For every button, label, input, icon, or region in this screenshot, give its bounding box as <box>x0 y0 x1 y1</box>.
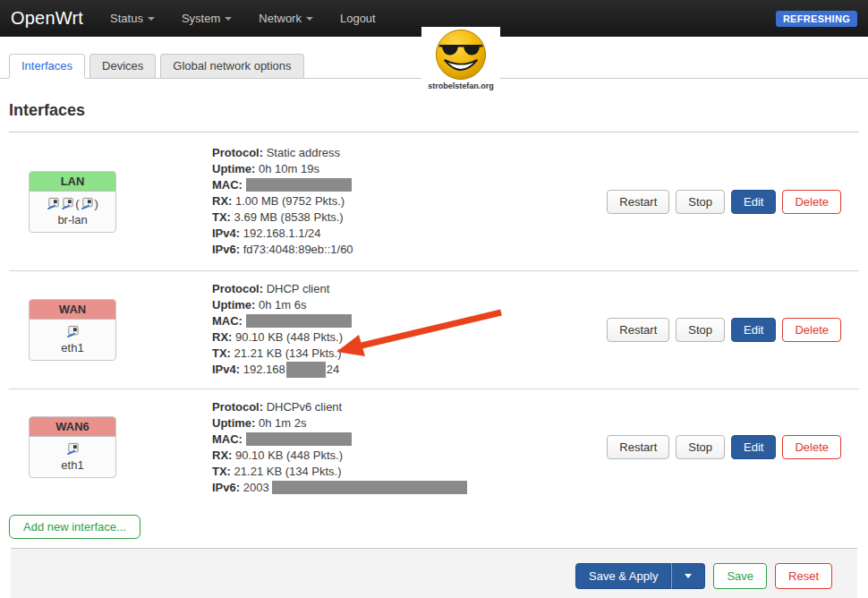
nav-item-label: System <box>182 12 220 25</box>
tab-global-network-options[interactable]: Global network options <box>160 54 303 78</box>
device-name: br-lan <box>33 213 112 226</box>
chevron-down-icon <box>306 17 313 21</box>
delete-button[interactable]: Delete <box>782 190 841 214</box>
interface-details: Protocol: Static address Uptime: 0h 10m … <box>212 145 607 258</box>
bridge-paren: ( <box>75 197 79 210</box>
interface-card-wan: WAN eth1 <box>29 299 116 361</box>
detail-value: 2003 <box>243 481 269 494</box>
page-title: Interfaces <box>9 101 859 120</box>
footer-action-bar: Save & Apply Save Reset <box>11 548 857 598</box>
detail-value: 0h 1m 6s <box>259 298 306 312</box>
watermark-text: strobelstefan.org <box>421 81 500 90</box>
stop-button[interactable]: Stop <box>676 190 725 214</box>
ethernet-port-icon <box>66 325 80 338</box>
detail-value: DHCPv6 client <box>267 400 343 414</box>
delete-button[interactable]: Delete <box>782 318 841 342</box>
redacted-mac <box>246 178 352 192</box>
detail-label: IPv6: <box>212 243 240 256</box>
edit-button[interactable]: Edit <box>731 318 776 342</box>
detail-label: MAC: <box>212 314 243 328</box>
detail-value: 90.10 KB (448 Pkts.) <box>235 448 343 462</box>
redacted-ipv4 <box>286 362 326 378</box>
save-apply-button[interactable]: Save & Apply <box>575 563 671 589</box>
interface-row-wan6: WAN6 eth1 Protocol: DHCPv6 client Uptime… <box>9 389 859 506</box>
interface-row-wan: WAN eth1 Protocol: DHCP client Uptime: 0… <box>9 271 859 389</box>
detail-value: 21.21 KB (134 Pkts.) <box>234 346 342 360</box>
restart-button[interactable]: Restart <box>607 318 669 342</box>
detail-value: 1.00 MB (9752 Pkts.) <box>235 194 345 208</box>
detail-value: 90.10 KB (448 Pkts.) <box>235 330 343 344</box>
save-apply-dropdown-button[interactable] <box>671 563 705 589</box>
detail-label: RX: <box>212 330 232 344</box>
add-new-interface-button[interactable]: Add new interface... <box>9 515 140 539</box>
ethernet-port-icon <box>61 197 74 210</box>
site-watermark: strobelstefan.org <box>421 27 500 98</box>
detail-value: 21.21 KB (134 Pkts.) <box>234 465 342 478</box>
detail-value: 3.69 MB (8538 Pkts.) <box>234 210 344 224</box>
smiley-sunglasses-icon <box>434 28 488 81</box>
detail-value: 192.168 <box>243 363 285 376</box>
detail-value: fd73:4048:89eb::1/60 <box>243 243 353 256</box>
detail-label: Protocol: <box>212 146 263 159</box>
refreshing-badge[interactable]: REFRESHING <box>776 11 857 27</box>
interface-details: Protocol: DHCPv6 client Uptime: 0h 1m 2s… <box>212 399 607 496</box>
detail-label: Protocol: <box>212 400 263 414</box>
tab-devices[interactable]: Devices <box>89 54 156 78</box>
detail-label: RX: <box>212 448 232 462</box>
interface-name-badge: WAN <box>30 300 115 320</box>
reset-button[interactable]: Reset <box>775 563 832 589</box>
nav-item-label: Status <box>110 12 143 25</box>
interface-details: Protocol: DHCP client Uptime: 0h 1m 6s M… <box>212 281 607 379</box>
detail-value: Static address <box>267 146 340 159</box>
detail-label: Uptime: <box>212 416 255 430</box>
detail-label: TX: <box>212 210 231 224</box>
detail-value: 0h 10m 19s <box>259 162 319 175</box>
detail-label: Protocol: <box>212 282 263 295</box>
detail-value: 24 <box>327 363 339 376</box>
save-button[interactable]: Save <box>713 563 767 589</box>
save-apply-split-button: Save & Apply <box>575 563 705 589</box>
ethernet-port-icon <box>66 442 80 456</box>
stop-button[interactable]: Stop <box>676 435 725 459</box>
detail-label: TX: <box>212 465 231 478</box>
nav-item-label: Network <box>259 12 302 25</box>
interfaces-list: LAN ( <box>9 132 859 506</box>
redacted-mac <box>246 314 352 328</box>
interface-name-badge: LAN <box>30 172 115 192</box>
detail-label: IPv4: <box>212 226 240 240</box>
nav-item-network[interactable]: Network <box>259 12 313 25</box>
detail-label: RX: <box>212 194 232 208</box>
detail-label: TX: <box>212 346 231 360</box>
openwrt-logo: OpenWrt <box>11 8 83 29</box>
interface-card-lan: LAN ( <box>29 171 116 233</box>
delete-button[interactable]: Delete <box>782 435 841 459</box>
interface-row-lan: LAN ( <box>9 132 859 271</box>
chevron-down-icon <box>685 574 692 578</box>
detail-value: 192.168.1.1/24 <box>243 226 321 240</box>
nav-item-logout[interactable]: Logout <box>340 12 376 25</box>
chevron-down-icon <box>225 17 232 21</box>
detail-value: DHCP client <box>267 282 330 295</box>
detail-label: MAC: <box>212 178 243 192</box>
edit-button[interactable]: Edit <box>731 435 776 459</box>
device-name: eth1 <box>33 341 112 355</box>
detail-label: Uptime: <box>212 162 255 175</box>
nav-item-status[interactable]: Status <box>110 12 155 25</box>
detail-label: IPv6: <box>212 481 240 494</box>
detail-label: IPv4: <box>212 363 240 376</box>
ethernet-port-icon <box>81 197 94 210</box>
edit-button[interactable]: Edit <box>731 190 776 214</box>
interface-card-wan6: WAN6 eth1 <box>29 416 116 478</box>
detail-value: 0h 1m 2s <box>259 416 306 430</box>
nav-item-label: Logout <box>340 12 376 25</box>
restart-button[interactable]: Restart <box>607 190 669 214</box>
redacted-ipv6 <box>272 481 467 494</box>
tab-interfaces[interactable]: Interfaces <box>9 54 85 78</box>
redacted-mac <box>246 432 352 446</box>
interface-name-badge: WAN6 <box>30 417 115 437</box>
stop-button[interactable]: Stop <box>676 318 725 342</box>
nav-item-system[interactable]: System <box>182 12 232 25</box>
restart-button[interactable]: Restart <box>607 435 669 459</box>
detail-label: MAC: <box>212 432 243 446</box>
detail-label: Uptime: <box>212 298 255 312</box>
